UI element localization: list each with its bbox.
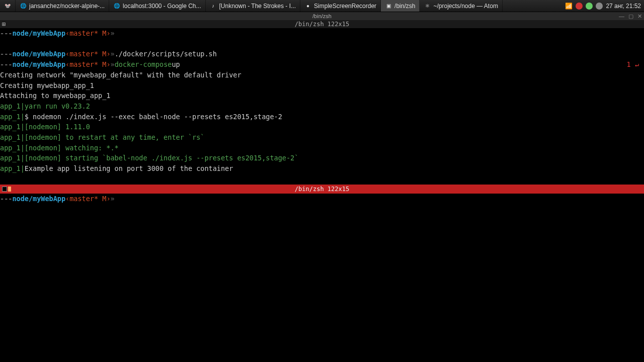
- taskbar-item[interactable]: 🌐 localhost:3000 - Google Ch...: [109, 0, 205, 12]
- taskbar-item[interactable]: ♪ [Unknown - The Strokes - I...: [206, 0, 301, 12]
- maximize-button[interactable]: ▢: [627, 13, 634, 20]
- taskbar-item[interactable]: ⚛ ~/projects/node — Atom: [420, 0, 502, 12]
- chrome-icon: 🌐: [113, 3, 120, 10]
- tray-icon[interactable]: [586, 3, 593, 10]
- wifi-icon[interactable]: 📶: [565, 3, 573, 10]
- tmux-layout-icon[interactable]: ⊞: [2, 21, 6, 28]
- taskbar-tray: 📶 27 aнг, 21:52: [565, 3, 644, 10]
- tmux-split-bar: /bin/zsh 122x15: [0, 185, 644, 194]
- taskbar-item-active[interactable]: ▣ /bin/zsh: [381, 0, 420, 12]
- atom-icon: ⚛: [424, 3, 431, 10]
- window-title: /bin/zsh: [312, 13, 332, 19]
- taskbar-label: localhost:3000 - Google Ch...: [123, 3, 201, 10]
- desktop-taskbar: 🐭 🌐 jansanchez/nocker-alpine-... 🌐 local…: [0, 0, 644, 12]
- tray-icon[interactable]: [596, 3, 603, 10]
- terminal-pane-top[interactable]: --- node/myWebApp ‹master* M› » --- node…: [0, 28, 644, 185]
- clock[interactable]: 27 aнг, 21:52: [606, 3, 641, 10]
- taskbar-label: jansanchez/nocker-alpine-...: [29, 3, 105, 10]
- close-button[interactable]: ✕: [636, 13, 643, 20]
- window-titlebar: /bin/zsh — ▢ ✕: [0, 12, 644, 20]
- tray-icon[interactable]: [576, 3, 583, 10]
- xfce-icon: 🐭: [4, 3, 11, 10]
- taskbar-label: ~/projects/node — Atom: [433, 3, 498, 10]
- tmux-pane-indicator-icon: [2, 187, 7, 192]
- recorder-icon: ●: [304, 3, 311, 10]
- taskbar-app-menu[interactable]: 🐭: [0, 0, 16, 12]
- taskbar-label: /bin/zsh: [394, 3, 415, 10]
- tmux-split-title: /bin/zsh 122x15: [295, 186, 349, 193]
- terminal-icon: ▣: [385, 3, 392, 10]
- tmux-status-text: /bin/zsh 122x15: [295, 21, 349, 28]
- music-icon: ♪: [210, 3, 217, 10]
- taskbar-label: [Unknown - The Strokes - I...: [219, 3, 296, 10]
- minimize-button[interactable]: —: [618, 13, 625, 20]
- tmux-status-bar: ⊞ /bin/zsh 122x15: [0, 20, 644, 28]
- chrome-icon: 🌐: [20, 3, 27, 10]
- terminal-pane-bottom[interactable]: --- node/myWebApp ‹master* M› »: [0, 194, 644, 204]
- taskbar-item[interactable]: 🌐 jansanchez/nocker-alpine-...: [16, 0, 109, 12]
- taskbar-label: SimpleScreenRecorder: [314, 3, 376, 10]
- taskbar-item[interactable]: ● SimpleScreenRecorder: [300, 0, 381, 12]
